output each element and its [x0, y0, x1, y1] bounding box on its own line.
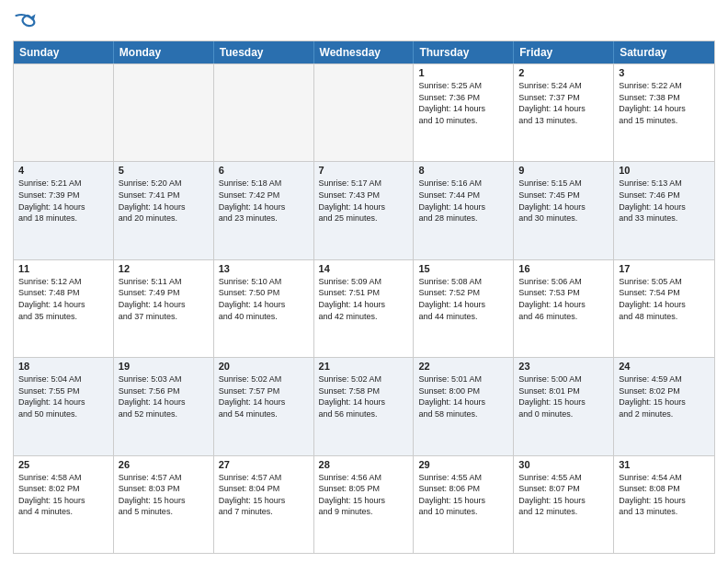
calendar-cell: 22Sunrise: 5:01 AM Sunset: 8:00 PM Dayli…: [414, 358, 514, 454]
calendar-header-cell: Thursday: [414, 41, 514, 63]
day-number: 25: [18, 459, 108, 470]
day-number: 31: [619, 459, 710, 470]
calendar-cell: 3Sunrise: 5:22 AM Sunset: 7:38 PM Daylig…: [614, 64, 714, 161]
page: SundayMondayTuesdayWednesdayThursdayFrid…: [0, 0, 728, 563]
calendar-cell: 2Sunrise: 5:24 AM Sunset: 7:37 PM Daylig…: [514, 64, 614, 161]
day-info: Sunrise: 4:54 AM Sunset: 8:08 PM Dayligh…: [619, 472, 710, 518]
calendar-cell: 7Sunrise: 5:17 AM Sunset: 7:43 PM Daylig…: [314, 162, 415, 259]
calendar-body: 1Sunrise: 5:25 AM Sunset: 7:36 PM Daylig…: [14, 63, 714, 553]
calendar-cell: 19Sunrise: 5:03 AM Sunset: 7:56 PM Dayli…: [114, 358, 214, 454]
calendar-cell: 14Sunrise: 5:09 AM Sunset: 7:51 PM Dayli…: [314, 260, 415, 357]
day-info: Sunrise: 4:55 AM Sunset: 8:06 PM Dayligh…: [418, 472, 508, 518]
day-info: Sunrise: 5:22 AM Sunset: 7:38 PM Dayligh…: [619, 80, 710, 126]
logo: [13, 9, 42, 35]
day-number: 24: [619, 361, 710, 372]
day-info: Sunrise: 5:06 AM Sunset: 7:53 PM Dayligh…: [518, 276, 609, 322]
header: [13, 9, 715, 35]
day-number: 10: [619, 165, 710, 176]
day-info: Sunrise: 4:58 AM Sunset: 8:02 PM Dayligh…: [18, 472, 108, 518]
day-number: 17: [619, 263, 710, 274]
day-number: 26: [119, 459, 209, 470]
day-number: 12: [119, 263, 209, 274]
day-info: Sunrise: 5:01 AM Sunset: 8:00 PM Dayligh…: [418, 373, 508, 419]
day-number: 6: [219, 165, 309, 176]
calendar-row: 11Sunrise: 5:12 AM Sunset: 7:48 PM Dayli…: [14, 259, 714, 357]
day-number: 28: [319, 459, 409, 470]
calendar-cell: 13Sunrise: 5:10 AM Sunset: 7:50 PM Dayli…: [214, 260, 314, 357]
calendar-cell: 26Sunrise: 4:57 AM Sunset: 8:03 PM Dayli…: [114, 456, 214, 553]
calendar-cell: 6Sunrise: 5:18 AM Sunset: 7:42 PM Daylig…: [214, 162, 314, 259]
calendar-header-cell: Wednesday: [314, 41, 415, 63]
calendar-cell: 23Sunrise: 5:00 AM Sunset: 8:01 PM Dayli…: [514, 358, 614, 454]
day-number: 1: [418, 67, 508, 78]
day-info: Sunrise: 5:17 AM Sunset: 7:43 PM Dayligh…: [319, 178, 409, 224]
calendar-header-cell: Tuesday: [214, 41, 314, 63]
calendar-cell: 16Sunrise: 5:06 AM Sunset: 7:53 PM Dayli…: [514, 260, 614, 357]
calendar-cell: 17Sunrise: 5:05 AM Sunset: 7:54 PM Dayli…: [614, 260, 714, 357]
day-info: Sunrise: 5:02 AM Sunset: 7:58 PM Dayligh…: [319, 373, 409, 419]
calendar-cell: 8Sunrise: 5:16 AM Sunset: 7:44 PM Daylig…: [414, 162, 514, 259]
day-info: Sunrise: 4:57 AM Sunset: 8:03 PM Dayligh…: [119, 472, 209, 518]
day-info: Sunrise: 5:21 AM Sunset: 7:39 PM Dayligh…: [18, 178, 108, 224]
calendar-cell: [214, 64, 314, 161]
day-number: 4: [18, 165, 108, 176]
calendar-cell: 1Sunrise: 5:25 AM Sunset: 7:36 PM Daylig…: [414, 64, 514, 161]
calendar-row: 1Sunrise: 5:25 AM Sunset: 7:36 PM Daylig…: [14, 63, 714, 161]
day-info: Sunrise: 5:04 AM Sunset: 7:55 PM Dayligh…: [18, 373, 108, 419]
day-number: 20: [219, 361, 309, 372]
day-number: 22: [418, 361, 508, 372]
calendar-cell: 4Sunrise: 5:21 AM Sunset: 7:39 PM Daylig…: [14, 162, 114, 259]
calendar: SundayMondayTuesdayWednesdayThursdayFrid…: [13, 40, 715, 554]
day-info: Sunrise: 5:11 AM Sunset: 7:49 PM Dayligh…: [119, 276, 209, 322]
calendar-cell: [314, 64, 415, 161]
calendar-cell: 20Sunrise: 5:02 AM Sunset: 7:57 PM Dayli…: [214, 358, 314, 454]
day-number: 3: [619, 67, 710, 78]
calendar-cell: 25Sunrise: 4:58 AM Sunset: 8:02 PM Dayli…: [14, 456, 114, 553]
logo-icon: [13, 9, 39, 35]
calendar-cell: [14, 64, 114, 161]
day-number: 21: [319, 361, 409, 372]
calendar-header-cell: Monday: [114, 41, 214, 63]
day-number: 9: [518, 165, 609, 176]
day-number: 18: [18, 361, 108, 372]
day-info: Sunrise: 5:16 AM Sunset: 7:44 PM Dayligh…: [418, 178, 508, 224]
day-number: 8: [418, 165, 508, 176]
day-number: 30: [518, 459, 609, 470]
day-info: Sunrise: 5:00 AM Sunset: 8:01 PM Dayligh…: [518, 373, 609, 419]
day-info: Sunrise: 5:03 AM Sunset: 7:56 PM Dayligh…: [119, 373, 209, 419]
calendar-cell: 27Sunrise: 4:57 AM Sunset: 8:04 PM Dayli…: [214, 456, 314, 553]
calendar-cell: 11Sunrise: 5:12 AM Sunset: 7:48 PM Dayli…: [14, 260, 114, 357]
day-info: Sunrise: 5:02 AM Sunset: 7:57 PM Dayligh…: [219, 373, 309, 419]
day-info: Sunrise: 5:12 AM Sunset: 7:48 PM Dayligh…: [18, 276, 108, 322]
calendar-cell: 15Sunrise: 5:08 AM Sunset: 7:52 PM Dayli…: [414, 260, 514, 357]
day-number: 15: [418, 263, 508, 274]
calendar-cell: 9Sunrise: 5:15 AM Sunset: 7:45 PM Daylig…: [514, 162, 614, 259]
calendar-cell: 21Sunrise: 5:02 AM Sunset: 7:58 PM Dayli…: [314, 358, 415, 454]
day-info: Sunrise: 4:57 AM Sunset: 8:04 PM Dayligh…: [219, 472, 309, 518]
calendar-header-cell: Friday: [514, 41, 614, 63]
calendar-cell: 5Sunrise: 5:20 AM Sunset: 7:41 PM Daylig…: [114, 162, 214, 259]
calendar-header-cell: Saturday: [614, 41, 714, 63]
day-info: Sunrise: 5:15 AM Sunset: 7:45 PM Dayligh…: [518, 178, 609, 224]
calendar-cell: 24Sunrise: 4:59 AM Sunset: 8:02 PM Dayli…: [614, 358, 714, 454]
day-info: Sunrise: 5:24 AM Sunset: 7:37 PM Dayligh…: [518, 80, 609, 126]
day-number: 19: [119, 361, 209, 372]
day-number: 2: [518, 67, 609, 78]
day-info: Sunrise: 5:25 AM Sunset: 7:36 PM Dayligh…: [418, 80, 508, 126]
day-number: 14: [319, 263, 409, 274]
day-info: Sunrise: 5:09 AM Sunset: 7:51 PM Dayligh…: [319, 276, 409, 322]
day-info: Sunrise: 4:59 AM Sunset: 8:02 PM Dayligh…: [619, 373, 710, 419]
calendar-row: 18Sunrise: 5:04 AM Sunset: 7:55 PM Dayli…: [14, 357, 714, 454]
day-info: Sunrise: 4:55 AM Sunset: 8:07 PM Dayligh…: [518, 472, 609, 518]
day-number: 5: [119, 165, 209, 176]
day-number: 13: [219, 263, 309, 274]
day-info: Sunrise: 5:18 AM Sunset: 7:42 PM Dayligh…: [219, 178, 309, 224]
calendar-cell: 29Sunrise: 4:55 AM Sunset: 8:06 PM Dayli…: [414, 456, 514, 553]
day-number: 23: [518, 361, 609, 372]
day-info: Sunrise: 5:05 AM Sunset: 7:54 PM Dayligh…: [619, 276, 710, 322]
calendar-row: 4Sunrise: 5:21 AM Sunset: 7:39 PM Daylig…: [14, 161, 714, 259]
calendar-row: 25Sunrise: 4:58 AM Sunset: 8:02 PM Dayli…: [14, 455, 714, 553]
day-number: 16: [518, 263, 609, 274]
calendar-cell: 12Sunrise: 5:11 AM Sunset: 7:49 PM Dayli…: [114, 260, 214, 357]
day-info: Sunrise: 5:13 AM Sunset: 7:46 PM Dayligh…: [619, 178, 710, 224]
